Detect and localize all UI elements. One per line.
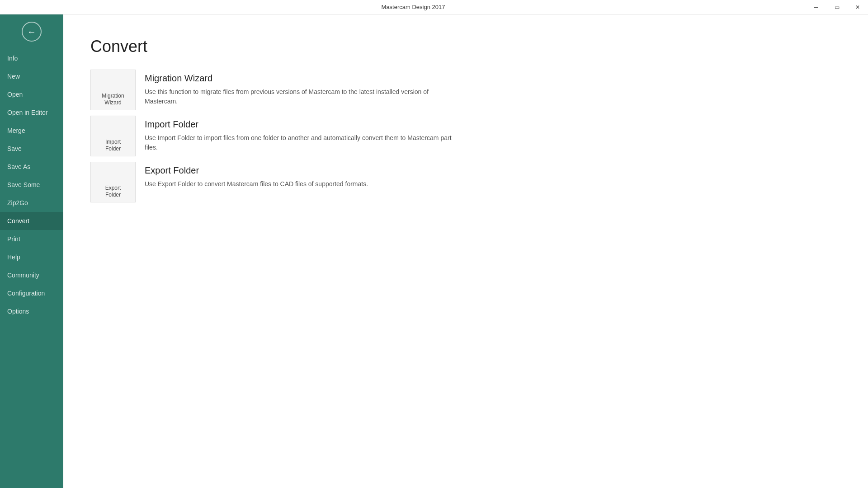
sidebar-item-save-some[interactable]: Save Some <box>0 176 63 194</box>
card-desc-export-folder: Use Export Folder to convert Mastercam f… <box>145 179 368 189</box>
sidebar-item-open[interactable]: Open <box>0 85 63 103</box>
card-icon-label-export-folder: ExportFolder <box>105 185 121 198</box>
card-icon-migration-wizard: MigrationWizard <box>90 70 136 110</box>
sidebar-item-open-in-editor[interactable]: Open in Editor <box>0 103 63 122</box>
sidebar-item-save[interactable]: Save <box>0 140 63 158</box>
sidebar-item-save-as[interactable]: Save As <box>0 158 63 176</box>
card-icon-label-import-folder: ImportFolder <box>105 139 121 152</box>
close-button[interactable]: ✕ <box>847 0 868 14</box>
card-title-export-folder: Export Folder <box>145 165 368 176</box>
title-bar: Mastercam Design 2017 ─ ▭ ✕ <box>0 0 868 14</box>
card-text-migration-wizard: Migration WizardUse this function to mig… <box>145 70 461 106</box>
main-content: Convert MigrationWizard Migration Wizard… <box>63 14 868 488</box>
card-title-import-folder: Import Folder <box>145 119 461 130</box>
sidebar-item-zip2go[interactable]: Zip2Go <box>0 194 63 212</box>
app-title: Mastercam Design 2017 <box>21 4 806 10</box>
page-title: Convert <box>90 37 841 56</box>
card-migration-wizard[interactable]: MigrationWizard Migration WizardUse this… <box>90 70 841 110</box>
card-icon-export-folder: ExportFolder <box>90 162 136 202</box>
window-controls: ─ ▭ ✕ <box>806 0 868 14</box>
sidebar: ← InfoNewOpenOpen in EditorMergeSaveSave… <box>0 14 63 488</box>
sidebar-item-print[interactable]: Print <box>0 230 63 248</box>
card-import-folder[interactable]: ImportFolder Import FolderUse Import Fol… <box>90 116 841 156</box>
card-desc-migration-wizard: Use this function to migrate files from … <box>145 87 461 106</box>
card-desc-import-folder: Use Import Folder to import files from o… <box>145 133 461 152</box>
card-title-migration-wizard: Migration Wizard <box>145 73 461 84</box>
maximize-button[interactable]: ▭ <box>826 0 847 14</box>
sidebar-item-configuration[interactable]: Configuration <box>0 284 63 302</box>
back-button[interactable]: ← <box>0 14 63 49</box>
card-icon-import-folder: ImportFolder <box>90 116 136 156</box>
back-arrow-icon: ← <box>22 22 42 42</box>
sidebar-item-community[interactable]: Community <box>0 266 63 284</box>
minimize-button[interactable]: ─ <box>806 0 826 14</box>
sidebar-item-merge[interactable]: Merge <box>0 122 63 140</box>
sidebar-item-options[interactable]: Options <box>0 302 63 320</box>
sidebar-item-info[interactable]: Info <box>0 49 63 67</box>
card-export-folder[interactable]: ExportFolder Export FolderUse Export Fol… <box>90 162 841 202</box>
sidebar-item-new[interactable]: New <box>0 67 63 85</box>
card-text-import-folder: Import FolderUse Import Folder to import… <box>145 116 461 152</box>
sidebar-item-help[interactable]: Help <box>0 248 63 266</box>
sidebar-item-convert[interactable]: Convert <box>0 212 63 230</box>
app-body: ← InfoNewOpenOpen in EditorMergeSaveSave… <box>0 14 868 488</box>
card-icon-label-migration-wizard: MigrationWizard <box>102 93 124 106</box>
cards-container: MigrationWizard Migration WizardUse this… <box>90 70 841 202</box>
card-text-export-folder: Export FolderUse Export Folder to conver… <box>145 162 368 189</box>
